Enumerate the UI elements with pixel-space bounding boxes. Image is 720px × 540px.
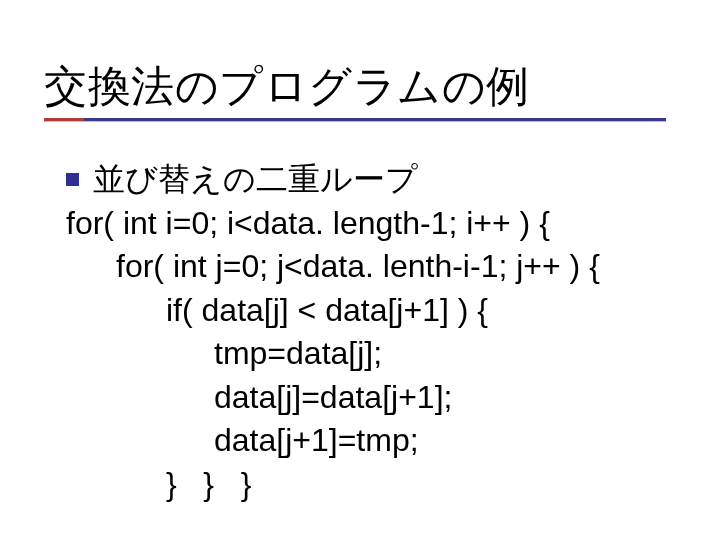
slide: 交換法のプログラムの例 並び替えの二重ループ for( int i=0; i<d… (0, 0, 720, 540)
title-block: 交換法のプログラムの例 (44, 58, 530, 116)
body-content: 並び替えの二重ループ for( int i=0; i<data. length-… (66, 158, 682, 506)
square-bullet-icon (66, 173, 79, 186)
code-line-6: data[j+1]=tmp; (66, 419, 682, 463)
title-underline (44, 118, 666, 122)
underline-accent (44, 118, 84, 121)
code-line-1: for( int i=0; i<data. length-1; i++ ) { (66, 202, 682, 246)
code-line-5: data[j]=data[j+1]; (66, 376, 682, 420)
bullet-item: 並び替えの二重ループ (66, 158, 682, 202)
underline-main (44, 118, 666, 121)
code-line-3: if( data[j] < data[j+1] ) { (66, 289, 682, 333)
code-line-7: } } } (66, 463, 682, 507)
code-line-2: for( int j=0; j<data. lenth-i-1; j++ ) { (66, 245, 682, 289)
slide-title: 交換法のプログラムの例 (44, 58, 530, 116)
code-line-4: tmp=data[j]; (66, 332, 682, 376)
bullet-text: 並び替えの二重ループ (93, 158, 418, 202)
